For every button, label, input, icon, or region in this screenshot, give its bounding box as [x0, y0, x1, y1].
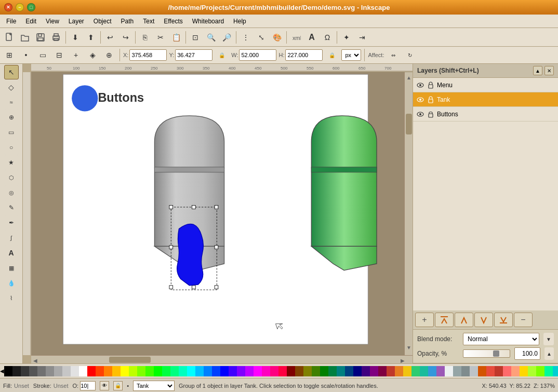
palette-color[interactable] [112, 366, 121, 376]
layer-move-up-button[interactable] [455, 313, 473, 327]
opacity-step[interactable]: ▲ [544, 347, 554, 360]
palette-color[interactable] [553, 366, 558, 376]
opacity-status-input[interactable] [80, 381, 96, 390]
tool-gradient[interactable]: ▦ [4, 261, 19, 275]
palette-color[interactable] [137, 366, 145, 376]
palette-color[interactable] [121, 366, 129, 376]
palette-color[interactable] [46, 366, 54, 376]
maximize-button[interactable]: □ [27, 3, 35, 11]
tool-node[interactable]: ◇ [4, 80, 19, 94]
palette-color[interactable] [395, 366, 403, 376]
palette-color[interactable] [470, 366, 478, 376]
tool-connector[interactable]: ⌇ [4, 291, 19, 305]
opacity-slider[interactable] [463, 349, 510, 358]
menu-layer[interactable]: Layer [64, 17, 88, 26]
layer-move-bottom-button[interactable] [494, 313, 513, 327]
palette-color[interactable] [428, 366, 436, 376]
snap-grid[interactable]: ⊟ [52, 48, 67, 62]
tool-dropper[interactable]: 💧 [4, 276, 19, 290]
tool-tweak[interactable]: ≈ [4, 95, 19, 110]
palette-color[interactable] [461, 366, 470, 376]
close-button[interactable]: ✕ [4, 3, 12, 11]
snap-guides[interactable]: + [69, 48, 83, 62]
canvas-svg[interactable]: Buttons [31, 72, 404, 355]
palette-color[interactable] [495, 366, 503, 376]
text-tool-button[interactable]: A [304, 30, 319, 45]
palette-color[interactable] [12, 366, 21, 376]
tool-select[interactable]: ↖ [4, 65, 19, 79]
palette-color[interactable] [270, 366, 278, 376]
palette-color[interactable] [295, 366, 303, 376]
palette-color[interactable] [262, 366, 270, 376]
tool-pen[interactable]: ✒ [4, 215, 19, 230]
fill-button[interactable]: 🎨 [270, 30, 284, 45]
tool-star[interactable]: ★ [4, 155, 19, 170]
redo-button[interactable]: ↪ [118, 30, 133, 45]
palette-color[interactable] [511, 366, 520, 376]
palette-color[interactable] [345, 366, 353, 376]
palette-color[interactable] [145, 366, 154, 376]
tool-text[interactable]: A [4, 246, 19, 260]
palette-color[interactable] [320, 366, 328, 376]
align-button[interactable]: ⋮ [238, 30, 253, 45]
menu-view[interactable]: View [42, 17, 63, 26]
tool-zoom[interactable]: ⊕ [4, 110, 19, 125]
y-input[interactable] [175, 49, 212, 61]
nodes-button[interactable]: ✦ [339, 30, 354, 45]
affect-geo-button[interactable]: ⇔ [386, 48, 401, 62]
palette-color[interactable] [362, 366, 370, 376]
palette-color[interactable] [29, 366, 37, 376]
palette-color[interactable] [503, 366, 511, 376]
palette-color[interactable] [170, 366, 179, 376]
lock-toggle-button[interactable]: 🔒 [113, 381, 123, 390]
snap-bbox[interactable]: ▭ [35, 48, 50, 62]
layers-panel-close[interactable]: ✕ [544, 66, 554, 75]
palette-color[interactable] [254, 366, 262, 376]
palette-color[interactable] [129, 366, 137, 376]
snap-obj[interactable]: ◈ [85, 48, 100, 62]
tool-circle[interactable]: ○ [4, 140, 19, 155]
palette-color[interactable] [4, 366, 12, 376]
palette-color[interactable] [179, 366, 187, 376]
minimize-button[interactable]: − [16, 3, 24, 11]
palette-color[interactable] [212, 366, 220, 376]
export2-button[interactable]: ⇥ [355, 30, 369, 45]
layer-eye-buttons[interactable] [416, 110, 424, 118]
vertical-scrollbar[interactable]: ▲ ▼ [404, 72, 413, 355]
menu-file[interactable]: File [2, 17, 20, 26]
zoom-fit-button[interactable]: ⊡ [188, 30, 203, 45]
layer-select[interactable]: Tank Menu Buttons [133, 381, 175, 391]
affect-rot-button[interactable]: ↻ [403, 48, 417, 62]
palette-color[interactable] [328, 366, 337, 376]
save-button[interactable] [33, 30, 48, 45]
palette-color[interactable] [278, 366, 287, 376]
import-button[interactable]: ⬇ [68, 30, 83, 45]
palette-color[interactable] [520, 366, 528, 376]
palette-color[interactable] [154, 366, 162, 376]
paste-button[interactable]: 📋 [169, 30, 183, 45]
layer-add-button[interactable]: + [415, 313, 434, 327]
snap-center[interactable]: ⊕ [102, 48, 116, 62]
palette-color[interactable] [204, 366, 212, 376]
palette-color[interactable] [478, 366, 486, 376]
undo-button[interactable]: ↩ [103, 30, 117, 45]
palette-color[interactable] [337, 366, 345, 376]
layer-row-menu[interactable]: Menu [413, 78, 558, 92]
opacity-slider-handle[interactable] [493, 350, 499, 357]
zoom-out-button[interactable]: 🔎 [219, 30, 234, 45]
layer-eye-tank[interactable] [416, 96, 424, 104]
palette-color[interactable] [353, 366, 362, 376]
view-toggle-button[interactable]: 👁 [100, 381, 109, 390]
palette-color[interactable] [104, 366, 112, 376]
canvas-area[interactable]: 50 100 150 200 250 300 350 400 450 500 5… [23, 64, 413, 363]
palette-color[interactable] [237, 366, 245, 376]
w-input[interactable] [239, 49, 276, 61]
palette-color[interactable] [453, 366, 461, 376]
palette-color[interactable] [378, 366, 387, 376]
menu-path[interactable]: Path [117, 17, 138, 26]
zoom-in-button[interactable]: 🔍 [204, 30, 218, 45]
tool-calligraphy[interactable]: ∫ [4, 231, 19, 245]
palette-color[interactable] [162, 366, 170, 376]
palette-color[interactable] [387, 366, 395, 376]
palette-color[interactable] [220, 366, 229, 376]
